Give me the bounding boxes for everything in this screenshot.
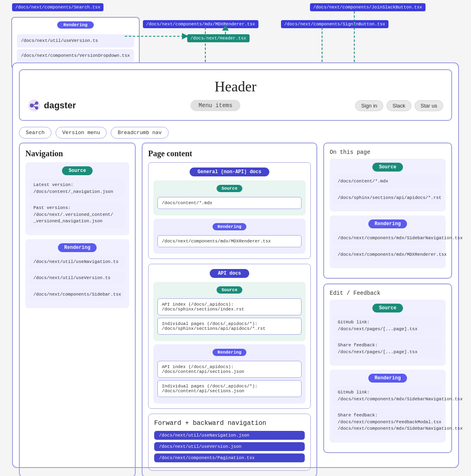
sign-in-tsx-tag: /docs/next/components/SignInButton.tsx	[281, 20, 388, 28]
page-content-title: Page content	[148, 149, 311, 158]
api-rendering-badge: Rendering	[213, 349, 246, 356]
nav-source-file-1: Latest version: /docs/content/_navigatio…	[29, 178, 125, 198]
general-rendering-badge: Rendering	[213, 223, 246, 230]
star-us-button[interactable]: Star us	[415, 100, 443, 111]
main-container: Header dagster Menu items Sign in Slack …	[12, 62, 459, 468]
nav-rendering-file-1: /docs/next/util/useNavigation.ts	[29, 255, 125, 269]
nav-pills-row: Search Version menu Breadcrumb nav	[19, 127, 452, 139]
right-column: On this page Source /docs/content/*.mdx …	[323, 143, 452, 476]
menu-items-pill: Menu items	[190, 100, 240, 111]
rendering-file-1: /docs/next/util/useVersion.ts	[17, 34, 134, 48]
otp-source-badge: Source	[372, 163, 403, 172]
navigation-panel: Navigation Source Latest version: /docs/…	[19, 143, 136, 476]
join-slack-tsx-tag: /docs/next/components/JoinSlackButton.ts…	[310, 3, 426, 11]
otp-rendering-file-1: /docs/next/components/mdx/SidebarNavigat…	[334, 232, 442, 245]
fwd-file-3: /docs/next/components/Pagination.tsx	[154, 453, 305, 462]
api-rendering-file-2: Individual pages (/docs/_apidocs/*): /do…	[157, 380, 302, 397]
rendering-badge-top: Rendering	[57, 21, 94, 29]
nav-rendering-file-3: /docs/next/components/Sidebar.tsx	[29, 288, 125, 301]
general-docs-section: General (non-API) docs Source /docs/cont…	[148, 162, 311, 259]
api-rendering-block: Rendering API index (/docs/_apidocs): /d…	[153, 344, 306, 404]
header-buttons: Sign in Slack Star us	[355, 100, 443, 111]
ef-rendering-section: Rendering GitHub link: /docs/next/compon…	[330, 370, 446, 443]
ef-source-file-2: Share feedback: /docs/next/pages/[...pag…	[334, 339, 442, 358]
api-source-file-1: API index (/docs/_apidocs): /docs/sphinx…	[157, 298, 302, 315]
ef-rendering-file-1: GitHub link: /docs/next/components/mdx/S…	[334, 386, 442, 406]
forward-nav-title: Forward + backward navigation	[154, 420, 305, 427]
edit-feedback-title: Edit / Feedback	[330, 290, 446, 296]
logo-area: dagster	[28, 99, 76, 112]
general-source-badge: Source	[217, 185, 242, 192]
logo-text: dagster	[44, 100, 76, 111]
otp-rendering-badge: Rendering	[368, 219, 407, 228]
nav-source-file-2: Past versions: /docs/next/.versioned_con…	[29, 201, 125, 228]
ef-source-file-1: GitHub link: /docs/next/pages/[...page].…	[334, 316, 442, 335]
otp-rendering-file-2: /docs/next/components/mdx/MDXRenderer.ts…	[334, 248, 442, 261]
general-docs-label: General (non-API) docs	[190, 168, 269, 176]
header-title: Header	[28, 78, 443, 95]
nav-rendering-section: Rendering /docs/next/util/useNavigation.…	[25, 239, 129, 308]
navigation-title: Navigation	[25, 149, 129, 158]
svg-point-6	[30, 103, 34, 108]
api-source-badge: Source	[217, 286, 242, 294]
nav-rendering-badge: Rendering	[58, 243, 97, 252]
forward-nav-section: Forward + backward navigation /docs/next…	[148, 414, 311, 471]
top-file-tags: /docs/next/components/Search.tsx /docs/n…	[0, 0, 471, 60]
general-rendering-file: /docs/next/components/mdx/MDXRenderer.ts…	[157, 235, 302, 247]
rendering-file-2: /docs/next/components/VersionDropdown.ts…	[17, 49, 134, 62]
search-pill[interactable]: Search	[19, 127, 52, 139]
fwd-file-2: /docs/next/util/useVersion.json	[154, 442, 305, 451]
general-rendering-block: Rendering /docs/next/components/mdx/MDXR…	[153, 219, 306, 254]
slack-button[interactable]: Slack	[386, 100, 411, 111]
header-tsx-tag: /docs/next/Header.tsx	[187, 34, 250, 42]
three-col-layout: Navigation Source Latest version: /docs/…	[19, 143, 452, 476]
edit-feedback-panel: Edit / Feedback Source GitHub link: /doc…	[323, 284, 452, 453]
api-source-file-2: Individual pages (/docs/_apidocs/*): /do…	[157, 318, 302, 335]
search-tsx-tag: /docs/next/components/Search.tsx	[12, 3, 103, 11]
ef-rendering-badge: Rendering	[368, 374, 407, 383]
otp-source-file-2: /docs/sphinx/sections/api/apidocs/*.rst	[334, 191, 442, 205]
otp-rendering-section: Rendering /docs/next/components/mdx/Side…	[330, 215, 446, 268]
general-source-block: Source /docs/content/*.mdx	[153, 180, 306, 215]
api-source-block: Source API index (/docs/_apidocs): /docs…	[153, 282, 306, 341]
nav-source-section: Source Latest version: /docs/content/_na…	[25, 162, 129, 235]
api-rendering-file-1: API index (/docs/_apidocs): /docs/conten…	[157, 361, 302, 378]
otp-source-section: Source /docs/content/*.mdx /docs/sphinx/…	[330, 159, 446, 211]
ef-source-section: Source GitHub link: /docs/next/pages/[..…	[330, 300, 446, 366]
ef-rendering-file-2: Share feedback: /docs/next/components/Fe…	[334, 409, 442, 435]
api-docs-label: API docs	[210, 269, 249, 278]
general-source-file: /docs/content/*.mdx	[157, 197, 302, 209]
nav-rendering-file-2: /docs/next/util/useVersion.ts	[29, 271, 125, 285]
sign-in-button[interactable]: Sign in	[355, 100, 383, 111]
otp-source-file-1: /docs/content/*.mdx	[334, 175, 442, 188]
page-content-panel: Page content General (non-API) docs Sour…	[142, 143, 317, 476]
version-dropdown-tsx-tag: /docs/next/components/VersionDropdown.ts…	[12, 43, 128, 52]
version-menu-pill[interactable]: Version menu	[56, 127, 107, 139]
breadcrumb-nav-pill[interactable]: Breadcrumb nav	[111, 127, 168, 139]
api-docs-section: API docs Source API index (/docs/_apidoc…	[148, 264, 311, 409]
fwd-file-1: /docs/next/util/useNavigation.json	[154, 431, 305, 440]
mdx-renderer-tsx-tag: /docs/next/components/mdx/MDXRenderer.ts…	[143, 20, 258, 28]
ef-source-badge: Source	[372, 304, 403, 313]
header-section: Header dagster Menu items Sign in Slack …	[19, 69, 452, 121]
nav-source-badge: Source	[62, 166, 92, 175]
on-this-page-panel: On this page Source /docs/content/*.mdx …	[323, 143, 452, 279]
dagster-logo-icon	[28, 99, 41, 112]
arrows-svg	[0, 0, 471, 62]
on-this-page-title: On this page	[330, 149, 446, 155]
